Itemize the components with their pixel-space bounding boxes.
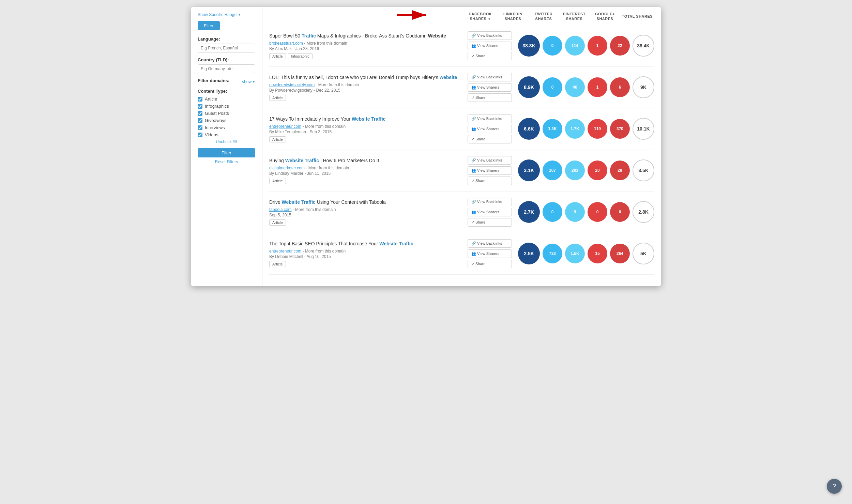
share-button[interactable]: ↗ Share xyxy=(468,52,512,60)
article-meta: By Powderedwigsociety - Dec 22, 2015 xyxy=(269,88,461,93)
arrow-indicator xyxy=(395,8,429,23)
article-row: LOL! This is funny as hell, I don't care… xyxy=(269,67,654,108)
view-backlinks-button[interactable]: 🔗 View Backlinks xyxy=(468,31,512,40)
total-share-circle: 38.4K xyxy=(633,35,654,57)
article-title: Drive Website Traffic Using Your Content… xyxy=(269,199,461,206)
checkbox-label: Giveaways xyxy=(205,118,227,123)
article-meta: By Mike Templeman - Sep 3, 2015 xyxy=(269,129,461,134)
view-backlinks-button[interactable]: 🔗 View Backlinks xyxy=(468,156,512,165)
article-info: Super Bowl 50 Traffic Maps & Infographic… xyxy=(269,32,461,59)
checkbox-item-guest-posts: Guest Posts xyxy=(198,111,255,116)
checkbox-label: Guest Posts xyxy=(205,111,229,116)
article-tags: ArticleInfographic xyxy=(269,53,461,59)
articles-list: Super Bowl 50 Traffic Maps & Infographic… xyxy=(262,25,661,286)
checkbox-guest-posts[interactable] xyxy=(198,111,202,116)
view-backlinks-button[interactable]: 🔗 View Backlinks xyxy=(468,198,512,206)
view-sharers-button[interactable]: 👥 View Sharers xyxy=(468,125,512,133)
view-sharers-button[interactable]: 👥 View Sharers xyxy=(468,208,512,216)
view-backlinks-button[interactable]: 🔗 View Backlinks xyxy=(468,114,512,123)
language-input[interactable] xyxy=(198,44,255,52)
share-circles: 38.3K011412238.4K xyxy=(518,35,654,57)
article-domain[interactable]: entrepreneur.com - More from this domain xyxy=(269,249,461,254)
show-range-link[interactable]: Show Specific Range xyxy=(198,12,255,17)
article-domain[interactable]: brokeasstuart.com - More from this domai… xyxy=(269,41,461,46)
article-domain[interactable]: powderedwigsociety.com - More from this … xyxy=(269,82,461,87)
share-button[interactable]: ↗ Share xyxy=(468,93,512,102)
checkbox-item-infographics: Infographics xyxy=(198,104,255,109)
googleplus-share-circle: 29 xyxy=(610,161,630,180)
chat-bubble-button[interactable]: ? xyxy=(827,479,842,494)
view-sharers-button[interactable]: 👥 View Sharers xyxy=(468,166,512,175)
linkedin-share-circle: 0 xyxy=(543,77,562,97)
checkbox-giveaways[interactable] xyxy=(198,118,202,123)
share-circles: 2.7K09002.8K xyxy=(518,201,654,223)
view-sharers-button[interactable]: 👥 View Sharers xyxy=(468,83,512,92)
article-meta: By Lindsay Marder - Jun 11, 2015 xyxy=(269,171,461,176)
article-meta: By Alex Mak - Jan 28, 2016 xyxy=(269,46,461,51)
article-tags: Article xyxy=(269,261,461,267)
checkbox-label: Infographics xyxy=(205,104,229,109)
article-tags: Article xyxy=(269,95,461,101)
share-circles: 8.9K046169K xyxy=(518,76,654,98)
checkbox-item-article: Article xyxy=(198,96,255,102)
article-tags: Article xyxy=(269,178,461,184)
article-row: 17 Ways To Immediately Improve Your Webs… xyxy=(269,108,654,150)
view-backlinks-button[interactable]: 🔗 View Backlinks xyxy=(468,239,512,248)
share-button[interactable]: ↗ Share xyxy=(468,135,512,143)
article-domain[interactable]: entrepreneur.com - More from this domain xyxy=(269,124,461,129)
top-filter-button[interactable]: Filter xyxy=(198,21,220,30)
total-share-circle: 10.1K xyxy=(633,118,654,140)
article-info: The Top 4 Basic SEO Principles That Incr… xyxy=(269,240,461,267)
pinterest-share-circle: 119 xyxy=(588,119,607,139)
facebook-share-circle: 3.1K xyxy=(518,159,540,181)
col-header-googleplus: GOOGLE+SHARES xyxy=(590,12,620,21)
checkbox-videos[interactable] xyxy=(198,133,202,137)
facebook-share-circle: 6.6K xyxy=(518,118,540,140)
checkbox-article[interactable] xyxy=(198,97,202,102)
article-actions: 🔗 View Backlinks👥 View Sharers↗ Share xyxy=(468,114,512,143)
article-actions: 🔗 View Backlinks👥 View Sharers↗ Share xyxy=(468,156,512,185)
pinterest-share-circle: 1 xyxy=(588,36,607,56)
share-button[interactable]: ↗ Share xyxy=(468,177,512,185)
language-label: Language: xyxy=(198,36,255,42)
article-meta: By Debbie Mitchell - Aug 10, 2015 xyxy=(269,254,461,259)
col-header-facebook[interactable]: FACEBOOKSHARES ▼ xyxy=(463,12,498,21)
article-row: Drive Website Traffic Using Your Content… xyxy=(269,192,654,233)
article-row: Super Bowl 50 Traffic Maps & Infographic… xyxy=(269,25,654,67)
linkedin-share-circle: 733 xyxy=(543,244,562,263)
article-tag: Article xyxy=(269,95,286,101)
article-tag: Article xyxy=(269,261,286,267)
total-share-circle: 3.5K xyxy=(633,159,654,181)
facebook-share-circle: 38.3K xyxy=(518,35,540,57)
view-sharers-button[interactable]: 👥 View Sharers xyxy=(468,249,512,258)
share-button[interactable]: ↗ Share xyxy=(468,260,512,268)
article-info: Drive Website Traffic Using Your Content… xyxy=(269,199,461,226)
show-link[interactable]: show xyxy=(242,79,255,84)
total-share-circle: 9K xyxy=(633,76,654,98)
share-circles: 6.6K1.3K1.7K11937010.1K xyxy=(518,118,654,140)
country-input[interactable] xyxy=(198,64,255,73)
bottom-filter-button[interactable]: Filter xyxy=(198,148,255,157)
article-domain[interactable]: taboola.com - More from this domain xyxy=(269,207,461,212)
share-button[interactable]: ↗ Share xyxy=(468,218,512,227)
main-content: FACEBOOKSHARES ▼ LINKEDINSHARES TWITTERS… xyxy=(262,7,661,286)
checkbox-item-videos: Videos xyxy=(198,132,255,137)
checkbox-infographics[interactable] xyxy=(198,104,202,109)
checkbox-interviews[interactable] xyxy=(198,125,202,130)
pinterest-share-circle: 1 xyxy=(588,77,607,97)
article-tags: Article xyxy=(269,136,461,142)
checkbox-item-interviews: Interviews xyxy=(198,125,255,130)
reset-filters-link[interactable]: Reset Filters xyxy=(198,159,255,164)
uncheck-all-link[interactable]: Uncheck All xyxy=(198,139,255,144)
pinterest-share-circle: 20 xyxy=(588,161,607,180)
view-backlinks-button[interactable]: 🔗 View Backlinks xyxy=(468,73,512,81)
linkedin-share-circle: 1.3K xyxy=(543,119,562,139)
article-tag: Article xyxy=(269,178,286,184)
col-header-pinterest: PINTERESTSHARES xyxy=(559,12,590,21)
article-tag: Article xyxy=(269,219,286,226)
article-meta: Sep 5, 2015 xyxy=(269,213,461,217)
article-domain[interactable]: digitalmarketer.com - More from this dom… xyxy=(269,166,461,170)
twitter-share-circle: 46 xyxy=(565,77,585,97)
view-sharers-button[interactable]: 👥 View Sharers xyxy=(468,42,512,50)
facebook-share-circle: 8.9K xyxy=(518,76,540,98)
